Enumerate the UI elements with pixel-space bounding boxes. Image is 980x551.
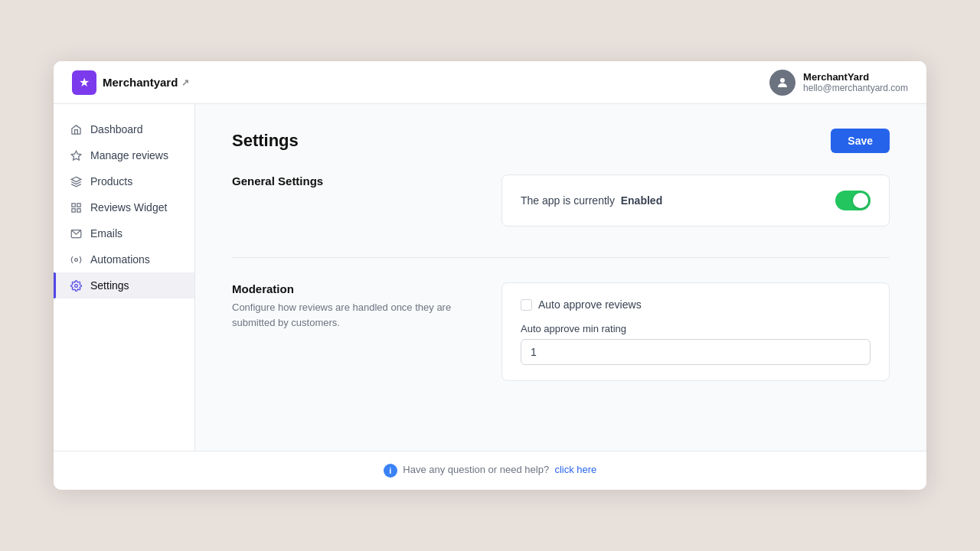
sidebar-label-emails: Emails	[90, 227, 122, 240]
app-enabled-toggle[interactable]	[835, 191, 871, 210]
sidebar-label-products: Products	[90, 175, 132, 187]
moderation-title: Moderation	[232, 282, 477, 295]
sidebar-label-settings: Settings	[90, 279, 129, 292]
header: ★ Merchantyard ↗ MerchantYard hello@merc…	[54, 61, 926, 104]
page-header: Settings Save	[232, 129, 890, 153]
body: Dashboard Manage reviews Products Review…	[54, 104, 926, 451]
sidebar-item-dashboard[interactable]: Dashboard	[54, 116, 194, 142]
sidebar: Dashboard Manage reviews Products Review…	[54, 104, 195, 451]
svg-point-9	[74, 284, 77, 287]
svg-rect-6	[71, 208, 74, 211]
brand-label: Merchantyard	[103, 76, 178, 89]
header-right: MerchantYard hello@merchantyard.com	[769, 70, 908, 96]
sidebar-item-settings[interactable]: Settings	[54, 272, 194, 298]
general-settings-content: The app is currently Enabled	[501, 174, 890, 227]
logo-icon: ★	[72, 70, 96, 95]
svg-point-0	[780, 78, 785, 83]
sidebar-item-emails[interactable]: Emails	[54, 220, 194, 246]
app-status-text: The app is currently	[521, 194, 615, 207]
sidebar-label-dashboard: Dashboard	[90, 123, 143, 135]
footer: i Have any question or need help? click …	[54, 451, 926, 490]
external-link-icon[interactable]: ↗	[181, 77, 189, 88]
auto-approve-row: Auto approve reviews	[521, 298, 871, 311]
general-settings-title: General Settings	[232, 174, 477, 187]
toggle-knob	[853, 193, 868, 208]
sidebar-item-automations[interactable]: Automations	[54, 246, 194, 272]
brand-name: Merchantyard ↗	[103, 76, 189, 89]
svg-marker-2	[71, 177, 81, 181]
save-button[interactable]: Save	[831, 129, 890, 153]
svg-point-8	[74, 258, 77, 261]
footer-help-link[interactable]: click here	[554, 464, 596, 475]
user-info: MerchantYard hello@merchantyard.com	[803, 71, 908, 93]
sidebar-label-manage-reviews: Manage reviews	[90, 149, 168, 161]
main-content: Settings Save General Settings The app i…	[195, 104, 926, 451]
sidebar-item-products[interactable]: Products	[54, 168, 194, 194]
info-icon: i	[384, 464, 397, 478]
products-icon	[69, 176, 83, 187]
min-rating-label: Auto approve min rating	[521, 323, 871, 334]
sidebar-item-manage-reviews[interactable]: Manage reviews	[54, 142, 194, 168]
svg-rect-3	[71, 203, 74, 206]
user-name: MerchantYard	[803, 71, 869, 83]
auto-approve-checkbox[interactable]	[521, 299, 532, 311]
moderation-section: Moderation Configure how reviews are han…	[232, 282, 890, 381]
app-status-row: The app is currently Enabled	[521, 191, 871, 210]
general-settings-section: General Settings The app is currently En…	[232, 174, 890, 227]
settings-icon	[69, 280, 83, 292]
min-rating-input[interactable]	[521, 339, 871, 365]
moderation-desc: Configure how reviews are handled once t…	[232, 300, 477, 330]
app-status-label: The app is currently Enabled	[521, 194, 662, 207]
svg-marker-1	[71, 151, 81, 160]
header-left: ★ Merchantyard ↗	[72, 70, 189, 95]
sidebar-label-reviews-widget: Reviews Widget	[90, 201, 167, 214]
star-icon	[69, 150, 83, 161]
moderation-content: Auto approve reviews Auto approve min ra…	[501, 282, 890, 381]
svg-rect-4	[77, 203, 80, 206]
user-email: hello@merchantyard.com	[803, 83, 908, 93]
footer-help-text: Have any question or need help?	[403, 464, 549, 475]
section-divider	[232, 257, 890, 258]
general-settings-label: General Settings	[232, 174, 477, 227]
avatar	[769, 70, 795, 96]
svg-rect-5	[77, 208, 80, 211]
sidebar-item-reviews-widget[interactable]: Reviews Widget	[54, 194, 194, 220]
automations-icon	[69, 254, 83, 266]
app-status-value: Enabled	[621, 194, 662, 207]
moderation-label: Moderation Configure how reviews are han…	[232, 282, 477, 381]
min-rating-field: Auto approve min rating	[521, 323, 871, 365]
home-icon	[69, 124, 83, 135]
email-icon	[69, 228, 83, 240]
page-title: Settings	[232, 131, 299, 151]
auto-approve-label: Auto approve reviews	[538, 298, 642, 311]
sidebar-label-automations: Automations	[90, 253, 150, 266]
widget-icon	[69, 202, 83, 214]
